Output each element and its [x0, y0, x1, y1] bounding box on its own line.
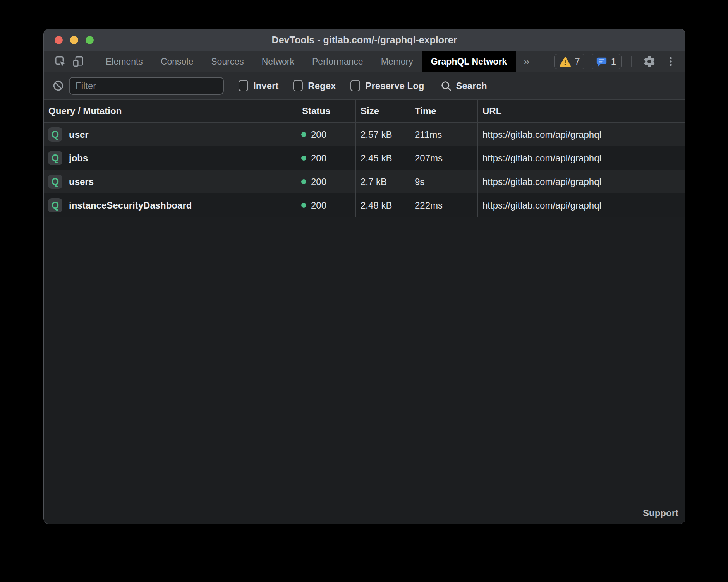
checkbox-label: Regex	[308, 80, 336, 91]
table-row[interactable]: Quser2002.57 kB211mshttps://gitlab.com/a…	[44, 123, 685, 146]
size-value: 2.45 kB	[355, 146, 410, 170]
issue-count: 1	[611, 56, 616, 67]
url-value: https://gitlab.com/api/graphql	[477, 193, 685, 217]
invert-checkbox[interactable]: Invert	[239, 80, 278, 91]
column-header-time[interactable]: Time	[410, 100, 477, 122]
status-code: 200	[311, 153, 326, 164]
more-options-button[interactable]	[663, 53, 679, 70]
preserve-log-checkbox[interactable]: Preserve Log	[350, 80, 424, 91]
requests-panel: Query / MutationStatusSizeTimeURL Quser2…	[44, 99, 685, 524]
chevron-double-right-icon: »	[524, 56, 529, 68]
traffic-lights	[55, 29, 94, 51]
query-type-badge: Q	[48, 175, 62, 189]
column-header-query-mutation[interactable]: Query / Mutation	[44, 100, 297, 122]
table-body: Quser2002.57 kB211mshttps://gitlab.com/a…	[44, 123, 685, 217]
status-code: 200	[311, 129, 326, 140]
settings-button[interactable]	[641, 53, 658, 70]
device-toolbar-icon	[72, 55, 84, 68]
url-value: https://gitlab.com/api/graphql	[477, 170, 685, 193]
regex-checkbox[interactable]: Regex	[293, 80, 336, 91]
status-code: 200	[311, 200, 326, 211]
block-circle-icon	[52, 80, 64, 92]
clear-requests-button[interactable]	[50, 77, 67, 94]
toolbar-separator	[631, 56, 632, 67]
url-value: https://gitlab.com/api/graphql	[477, 146, 685, 170]
inspect-element-button[interactable]	[52, 51, 69, 72]
filter-toolbar: InvertRegexPreserve Log Search	[44, 72, 685, 99]
warnings-badge[interactable]: 7	[554, 54, 585, 69]
status-ok-dot	[301, 203, 306, 208]
more-tabs-button[interactable]: »	[516, 51, 537, 72]
maximize-window-button[interactable]	[86, 36, 94, 44]
filter-checkbox-group: InvertRegexPreserve Log	[239, 80, 424, 91]
tab-memory[interactable]: Memory	[372, 51, 422, 72]
checkbox-label: Preserve Log	[365, 80, 424, 91]
time-value: 207ms	[410, 146, 477, 170]
toolbar-separator	[92, 56, 92, 67]
url-value: https://gitlab.com/api/graphql	[477, 123, 685, 146]
tab-elements[interactable]: Elements	[97, 51, 152, 72]
table-row[interactable]: Qusers2002.7 kB9shttps://gitlab.com/api/…	[44, 170, 685, 193]
warning-count: 7	[575, 56, 580, 67]
status-ok-dot	[301, 179, 306, 184]
inspect-cursor-icon	[54, 55, 67, 68]
tab-network[interactable]: Network	[253, 51, 303, 72]
size-value: 2.7 kB	[355, 170, 410, 193]
message-bubble-icon	[596, 56, 607, 67]
gear-icon	[643, 55, 656, 68]
query-name: instanceSecurityDashboard	[69, 200, 192, 211]
issues-badge[interactable]: 1	[591, 54, 622, 69]
time-value: 9s	[410, 170, 477, 193]
devtools-tabbar: ElementsConsoleSourcesNetworkPerformance…	[44, 51, 685, 72]
checkbox-box-icon	[293, 80, 303, 91]
minimize-window-button[interactable]	[70, 36, 78, 44]
table-row[interactable]: QinstanceSecurityDashboard2002.48 kB222m…	[44, 193, 685, 217]
tab-graphql-network[interactable]: GraphQL Network	[422, 51, 516, 72]
column-header-size[interactable]: Size	[355, 100, 410, 122]
device-toolbar-button[interactable]	[69, 51, 87, 72]
time-value: 211ms	[410, 123, 477, 146]
time-value: 222ms	[410, 193, 477, 217]
status-code: 200	[311, 176, 326, 187]
support-link[interactable]: Support	[643, 508, 678, 519]
query-name: users	[69, 176, 94, 187]
search-label: Search	[456, 80, 487, 91]
checkbox-box-icon	[239, 80, 248, 91]
query-type-badge: Q	[48, 151, 62, 165]
column-header-url[interactable]: URL	[477, 100, 685, 122]
window-titlebar: DevTools - gitlab.com/-/graphql-explorer	[44, 29, 685, 51]
search-button[interactable]: Search	[440, 80, 487, 92]
query-type-badge: Q	[48, 198, 62, 212]
table-header: Query / MutationStatusSizeTimeURL	[44, 99, 685, 123]
warning-triangle-icon	[560, 56, 571, 67]
query-name: user	[69, 129, 89, 140]
query-type-badge: Q	[48, 127, 62, 142]
checkbox-label: Invert	[253, 80, 278, 91]
window-title: DevTools - gitlab.com/-/graphql-explorer	[272, 34, 457, 46]
size-value: 2.57 kB	[355, 123, 410, 146]
panel-tabs: ElementsConsoleSourcesNetworkPerformance…	[97, 51, 516, 72]
tab-performance[interactable]: Performance	[303, 51, 372, 72]
checkbox-box-icon	[350, 80, 360, 91]
tab-sources[interactable]: Sources	[202, 51, 252, 72]
status-ok-dot	[301, 132, 306, 137]
kebab-menu-icon	[665, 56, 676, 67]
column-header-status[interactable]: Status	[297, 100, 355, 122]
close-window-button[interactable]	[55, 36, 63, 44]
query-name: jobs	[69, 153, 88, 164]
filter-input[interactable]	[69, 77, 224, 95]
tab-console[interactable]: Console	[152, 51, 202, 72]
status-ok-dot	[301, 156, 306, 161]
devtools-window: DevTools - gitlab.com/-/graphql-explorer…	[43, 29, 685, 524]
size-value: 2.48 kB	[355, 193, 410, 217]
tabbar-right-controls: 7 1	[554, 51, 685, 72]
search-icon	[440, 80, 452, 92]
table-row[interactable]: Qjobs2002.45 kB207mshttps://gitlab.com/a…	[44, 146, 685, 170]
